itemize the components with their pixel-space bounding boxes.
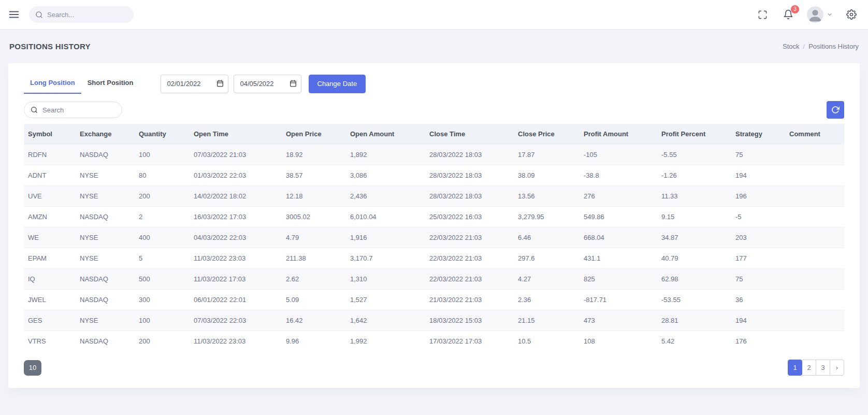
cell-profit-amount: -105 — [580, 145, 657, 165]
notification-count-badge: 3 — [791, 5, 799, 13]
cell-symbol: RDFN — [24, 145, 76, 165]
column-header-open-amount: Open Amount — [346, 124, 425, 145]
cell-quantity: 200 — [135, 186, 190, 207]
cell-open-amount: 2,436 — [346, 186, 425, 207]
cell-profit-percent: 9.15 — [657, 207, 731, 227]
topbar-search-input[interactable] — [47, 11, 125, 19]
cell-close-time: 25/03/2022 16:03 — [425, 207, 514, 227]
cell-open-price: 4.79 — [282, 227, 346, 248]
table-row: UVE NYSE 200 14/02/2022 18:02 12.18 2,43… — [24, 186, 844, 207]
cell-comment — [785, 186, 844, 207]
page-title: POSITIONS HISTORY — [9, 42, 91, 51]
cell-exchange: NASDAQ — [76, 269, 135, 290]
cell-open-price: 5.09 — [282, 290, 346, 310]
cell-profit-percent: 28.81 — [657, 310, 731, 331]
page-header: POSITIONS HISTORY Stock / Positions Hist… — [0, 29, 868, 63]
table-row: EPAM NYSE 5 11/03/2022 23:03 211.38 3,17… — [24, 248, 844, 269]
avatar — [807, 6, 823, 23]
cell-open-time: 14/02/2022 18:02 — [190, 186, 282, 207]
menu-toggle-button[interactable] — [5, 6, 23, 23]
profile-menu-button[interactable] — [807, 6, 833, 23]
fullscreen-icon — [758, 10, 768, 20]
cell-open-time: 16/03/2022 17:03 — [190, 207, 282, 227]
breadcrumb-parent[interactable]: Stock — [783, 42, 800, 50]
cell-symbol: EPAM — [24, 248, 76, 269]
cell-open-time: 11/03/2022 17:03 — [190, 269, 282, 290]
cell-strategy: 194 — [731, 165, 785, 186]
cell-strategy: 75 — [731, 145, 785, 165]
cell-open-price: 18.92 — [282, 145, 346, 165]
refresh-button[interactable] — [827, 101, 844, 119]
cell-close-price: 297.6 — [514, 248, 580, 269]
fullscreen-button[interactable] — [756, 8, 770, 22]
column-header-profit-amount: Profit Amount — [580, 124, 657, 145]
cell-close-price: 2.36 — [514, 290, 580, 310]
cell-open-amount: 1,310 — [346, 269, 425, 290]
table-row: VTRS NASDAQ 200 11/03/2022 23:03 9.96 1,… — [24, 331, 844, 352]
column-header-symbol: Symbol — [24, 124, 76, 145]
cell-profit-percent: -53.55 — [657, 290, 731, 310]
cell-strategy: 194 — [731, 310, 785, 331]
cell-open-time: 11/03/2022 23:03 — [190, 331, 282, 352]
cell-close-time: 17/03/2022 17:03 — [425, 331, 514, 352]
cell-exchange: NYSE — [76, 165, 135, 186]
cell-close-time: 21/03/2022 21:03 — [425, 290, 514, 310]
cell-close-time: 28/03/2022 18:03 — [425, 145, 514, 165]
column-header-comment: Comment — [785, 124, 844, 145]
cell-profit-amount: 473 — [580, 310, 657, 331]
table-row: JWEL NASDAQ 300 06/01/2022 22:01 5.09 1,… — [24, 290, 844, 310]
page-button-3[interactable]: 3 — [816, 360, 830, 376]
cell-profit-amount: -38.8 — [580, 165, 657, 186]
cell-profit-amount: 549.86 — [580, 207, 657, 227]
notifications-button[interactable]: 3 — [781, 7, 795, 22]
cell-open-amount: 3,086 — [346, 165, 425, 186]
table-row: RDFN NASDAQ 100 07/03/2022 21:03 18.92 1… — [24, 145, 844, 165]
cell-comment — [785, 227, 844, 248]
cell-open-amount: 1,916 — [346, 227, 425, 248]
page-button-1[interactable]: 1 — [788, 360, 802, 376]
cell-close-price: 17.87 — [514, 145, 580, 165]
table-search — [24, 102, 122, 118]
cell-open-amount: 1,527 — [346, 290, 425, 310]
table-row: IQ NASDAQ 500 11/03/2022 17:03 2.62 1,31… — [24, 269, 844, 290]
cell-exchange: NASDAQ — [76, 331, 135, 352]
next-page-button[interactable]: › — [830, 360, 844, 376]
cell-exchange: NYSE — [76, 248, 135, 269]
cell-close-price: 21.15 — [514, 310, 580, 331]
cell-open-time: 01/03/2022 22:03 — [190, 165, 282, 186]
cell-profit-amount: -817.71 — [580, 290, 657, 310]
cell-comment — [785, 165, 844, 186]
date-to-input[interactable] — [234, 75, 301, 93]
cell-profit-amount: 668.04 — [580, 227, 657, 248]
table-search-input[interactable] — [42, 106, 115, 114]
cell-comment — [785, 290, 844, 310]
page-size-button[interactable]: 10 — [24, 360, 41, 376]
cell-open-time: 07/03/2022 22:03 — [190, 310, 282, 331]
breadcrumb-current: Positions History — [808, 42, 859, 50]
cell-profit-amount: 276 — [580, 186, 657, 207]
tab-short-position[interactable]: Short Position — [81, 74, 140, 94]
cell-quantity: 100 — [135, 145, 190, 165]
cell-symbol: AMZN — [24, 207, 76, 227]
settings-button[interactable] — [844, 7, 859, 22]
cell-symbol: VTRS — [24, 331, 76, 352]
cell-comment — [785, 310, 844, 331]
column-header-profit-percent: Profit Percent — [657, 124, 731, 145]
refresh-icon — [831, 106, 840, 114]
cell-strategy: 196 — [731, 186, 785, 207]
change-date-button[interactable]: Change Date — [309, 75, 366, 93]
cell-close-time: 22/03/2022 21:03 — [425, 269, 514, 290]
cell-strategy: 203 — [731, 227, 785, 248]
cell-close-time: 28/03/2022 18:03 — [425, 186, 514, 207]
cell-comment — [785, 145, 844, 165]
page-button-2[interactable]: 2 — [802, 360, 816, 376]
tab-long-position[interactable]: Long Position — [24, 74, 81, 94]
cell-strategy: -5 — [731, 207, 785, 227]
date-from-input[interactable] — [161, 75, 228, 93]
toolbar: Long Position Short Position Change Date — [24, 74, 844, 94]
positions-table: Symbol Exchange Quantity Open Time Open … — [24, 124, 844, 351]
cell-symbol: JWEL — [24, 290, 76, 310]
cell-symbol: WE — [24, 227, 76, 248]
cell-comment — [785, 248, 844, 269]
column-header-close-time: Close Time — [425, 124, 514, 145]
